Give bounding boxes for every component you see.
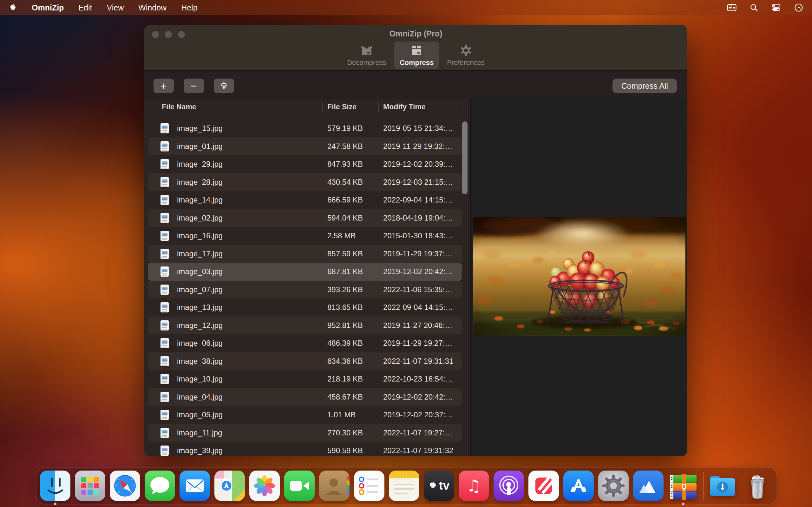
column-divider[interactable] <box>322 102 322 112</box>
mountain-app-icon <box>633 470 664 501</box>
window-title: OmniZip (Pro) <box>144 29 687 38</box>
table-row[interactable]: image_38.jpg 634.36 KB 2022-11-07 19:31:… <box>148 352 462 371</box>
table-row[interactable]: image_13.jpg 813.65 KB 2022-09-04 14:15:… <box>148 298 462 317</box>
search-icon[interactable] <box>750 3 758 12</box>
dock-item-finder[interactable] <box>40 470 70 501</box>
input-switcher-icon[interactable] <box>727 4 737 11</box>
dock-item-news[interactable] <box>528 470 559 501</box>
table-row[interactable]: image_01.jpg 247.58 KB 2019-11-29 19:32:… <box>148 137 462 156</box>
table-row[interactable]: image_12.jpg 952.81 KB 2019-11-27 20:46:… <box>148 317 462 335</box>
jpeg-file-icon <box>160 213 169 223</box>
tv-text: tv <box>439 479 450 493</box>
file-modify-time: 2015-01-30 18:43:… <box>383 231 453 240</box>
file-name: image_39.jpg <box>177 446 223 455</box>
dock-item-notes[interactable] <box>389 470 419 501</box>
menu-app-name[interactable]: OmniZip <box>32 3 64 12</box>
trash-icon <box>742 470 773 501</box>
file-size: 952.81 KB <box>327 321 363 330</box>
jpeg-file-icon <box>160 410 169 420</box>
file-name: image_11.jpg <box>177 429 222 437</box>
table-row[interactable]: image_03.jpg 687.81 KB 2019-12-02 20:42:… <box>148 263 462 281</box>
dock-item-messages[interactable] <box>145 470 175 501</box>
table-row[interactable]: image_39.jpg 590.59 KB 2022-11-07 19:31:… <box>148 442 462 456</box>
table-row[interactable]: image_16.jpg 2.58 MB 2015-01-30 18:43:… <box>148 227 462 245</box>
dock-item-safari[interactable] <box>110 470 140 501</box>
table-row[interactable]: image_29.jpg 847.93 KB 2019-12-02 20:39:… <box>148 155 462 173</box>
clock-icon[interactable] <box>794 3 803 12</box>
jpeg-file-icon <box>160 374 169 384</box>
file-size: 270.30 KB <box>327 429 363 437</box>
column-modify-time[interactable]: Modify Time <box>383 103 426 111</box>
tab-compress[interactable]: Compress <box>394 42 440 69</box>
remove-files-button[interactable]: − <box>184 78 204 93</box>
file-size: 857.59 KB <box>327 249 363 258</box>
file-name: image_38.jpg <box>177 357 223 366</box>
dock-item-music[interactable]: ♫ <box>459 470 489 501</box>
list-scrollbar-thumb[interactable] <box>462 121 467 194</box>
tab-decompress[interactable]: Decompress <box>341 42 392 69</box>
file-name: image_29.jpg <box>177 160 223 169</box>
jpeg-file-icon <box>160 428 169 438</box>
table-row[interactable]: image_10.jpg 218.19 KB 2022-10-23 16:54:… <box>148 370 462 388</box>
dock-item-mountain-app[interactable] <box>633 470 664 501</box>
dock-item-reminders[interactable] <box>354 470 385 501</box>
dock-item-podcasts[interactable] <box>494 470 524 501</box>
dock-item-tv[interactable]: tv <box>424 470 454 501</box>
facetime-icon <box>284 470 315 501</box>
file-modify-time: 2019-11-29 19:37:… <box>383 249 452 258</box>
dock-item-settings[interactable] <box>598 470 629 501</box>
jpeg-file-icon <box>160 285 169 295</box>
table-row[interactable]: image_05.jpg 1.01 MB 2019-12-02 20:37:… <box>148 406 462 424</box>
menu-item-window[interactable]: Window <box>138 3 166 12</box>
dock-item-contacts[interactable] <box>319 470 350 501</box>
jpeg-file-icon <box>160 141 169 152</box>
table-row[interactable]: image_11.jpg 270.30 KB 2022-11-07 19:27:… <box>148 424 462 442</box>
menu-item-help[interactable]: Help <box>181 3 197 12</box>
table-row[interactable]: image_07.jpg 393.26 KB 2022-11-06 15:35:… <box>148 281 462 299</box>
column-file-size[interactable]: File Size <box>327 103 357 111</box>
control-center-icon[interactable] <box>771 3 781 12</box>
table-row[interactable]: image_17.jpg 857.59 KB 2019-11-29 19:37:… <box>148 245 462 263</box>
table-row[interactable]: image_04.jpg 458.67 KB 2019-12-02 20:42:… <box>148 388 462 406</box>
dock-item-photos[interactable] <box>249 470 280 501</box>
column-file-name[interactable]: File Name <box>162 103 196 111</box>
file-name: image_14.jpg <box>177 195 223 205</box>
file-size: 634.36 KB <box>327 357 363 366</box>
dock-item-archiver[interactable] <box>668 470 699 501</box>
mail-icon <box>180 470 210 501</box>
column-divider[interactable] <box>378 102 379 112</box>
dock-item-trash[interactable] <box>742 470 773 501</box>
file-name: image_05.jpg <box>177 410 223 419</box>
compress-all-button[interactable]: Compress All <box>612 78 677 93</box>
archiver-icon <box>668 470 699 501</box>
table-row[interactable]: image_02.jpg 594.04 KB 2018-04-19 19:04:… <box>148 209 462 227</box>
column-divider[interactable] <box>457 102 457 112</box>
table-row[interactable]: image_14.jpg 666.59 KB 2022-09-04 14:15:… <box>148 191 462 209</box>
dock-item-maps[interactable] <box>214 470 245 501</box>
table-row[interactable]: image_06.jpg 486.39 KB 2019-11-29 19:27:… <box>148 334 462 352</box>
menu-item-view[interactable]: View <box>107 3 124 12</box>
dock-item-mail[interactable] <box>180 470 210 501</box>
file-name: image_03.jpg <box>177 267 223 276</box>
jpeg-file-icon <box>160 159 169 169</box>
jpeg-file-icon <box>160 177 169 187</box>
notes-icon <box>389 470 419 501</box>
dock-item-launchpad[interactable] <box>75 470 105 501</box>
apple-menu-icon[interactable] <box>9 3 17 12</box>
file-name: image_04.jpg <box>177 393 223 401</box>
file-list-panel: File Name File Size Modify Time image_15… <box>144 99 470 456</box>
photos-icon <box>249 470 280 501</box>
dock-item-downloads[interactable] <box>707 470 738 501</box>
menu-item-edit[interactable]: Edit <box>78 3 92 12</box>
jpeg-file-icon <box>160 338 169 348</box>
add-files-button[interactable]: + <box>154 78 174 93</box>
tab-preferences[interactable]: Preferences <box>441 42 490 69</box>
file-modify-time: 2022-10-23 16:54:… <box>383 375 453 383</box>
dock-item-facetime[interactable] <box>284 470 315 501</box>
toolbar-tabs: Decompress Compress Preferences <box>144 42 687 69</box>
dock-item-appstore[interactable] <box>563 470 594 501</box>
table-row[interactable]: image_15.jpg 579.19 KB 2019-05-15 21:34:… <box>148 119 462 137</box>
clear-list-button[interactable] <box>214 78 234 93</box>
table-row[interactable]: image_28.jpg 430.54 KB 2019-12-03 21:15:… <box>148 173 462 191</box>
jpeg-file-icon <box>160 302 169 313</box>
